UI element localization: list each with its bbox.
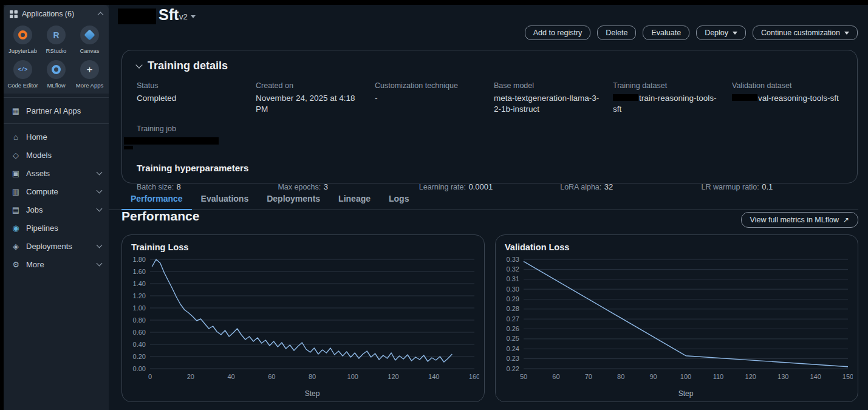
field-validation-dataset: Validation dataset val-reasoning-tools-s… <box>732 81 842 115</box>
svg-text:60: 60 <box>552 373 559 380</box>
app-tile-code-editor[interactable]: </> Code Editor <box>6 60 39 89</box>
svg-text:0.33: 0.33 <box>507 256 519 263</box>
caret-down-icon <box>844 32 849 35</box>
svg-text:0: 0 <box>148 373 152 380</box>
tab-logs[interactable]: Logs <box>380 190 418 210</box>
training-details-panel: Training details Status Completed Create… <box>121 50 858 183</box>
svg-text:Step: Step <box>678 389 694 398</box>
jobs-icon: ▤ <box>11 205 21 214</box>
chevron-down-icon <box>97 242 103 248</box>
redacted-box <box>124 146 133 149</box>
sidebar-item-partner-ai-apps[interactable]: ▦ Partner AI Apps <box>4 101 109 120</box>
sidebar-item-deployments[interactable]: ◈ Deployments <box>4 237 109 255</box>
assets-icon: ▣ <box>11 169 21 178</box>
training-loss-chart-panel: Training Loss 0.000.200.400.600.801.001.… <box>121 234 485 402</box>
chevron-up-icon <box>98 12 104 18</box>
sidebar-item-more[interactable]: ⚙ More <box>4 255 109 273</box>
sidebar-item-compute[interactable]: ▥ Compute <box>4 182 109 200</box>
field-value: val-reasoning-tools-sft <box>732 93 842 104</box>
view-mlflow-button[interactable]: View full metrics in MLflow ↗ <box>741 212 858 228</box>
tab-label: Lineage <box>338 194 371 203</box>
sidebar-item-label: Jobs <box>26 205 92 214</box>
chevron-down-icon <box>135 61 142 68</box>
field-status: Status Completed <box>137 81 247 115</box>
redacted-box <box>124 137 219 145</box>
caret-down-icon <box>191 15 196 18</box>
compute-icon: ▥ <box>11 187 21 196</box>
redacted-box <box>613 94 638 101</box>
app-tile-label: JupyterLab <box>9 47 37 54</box>
sidebar: Applications (6) JupyterLab R RStudio Ca… <box>4 5 109 410</box>
field-label: Status <box>137 81 247 90</box>
more-apps-icon: + <box>80 60 99 79</box>
svg-text:0.25: 0.25 <box>507 335 519 342</box>
chevron-down-icon <box>97 169 103 176</box>
svg-text:1.20: 1.20 <box>133 292 146 299</box>
delete-button[interactable]: Delete <box>597 26 636 40</box>
button-label: Deploy <box>705 29 728 37</box>
jupyterlab-icon <box>13 26 32 44</box>
svg-text:80: 80 <box>617 373 624 380</box>
svg-text:0.28: 0.28 <box>507 305 519 312</box>
deploy-button[interactable]: Deploy <box>696 26 746 40</box>
training-loss-chart: 0.000.200.400.600.801.001.201.401.601.80… <box>125 253 479 398</box>
more-icon: ⚙ <box>11 260 21 269</box>
tab-label: Evaluations <box>201 194 249 203</box>
app-tile-mlflow[interactable]: MLflow <box>39 60 73 89</box>
chevron-down-icon <box>97 188 103 194</box>
tab-lineage[interactable]: Lineage <box>329 190 380 210</box>
evaluate-button[interactable]: Evaluate <box>643 26 689 40</box>
app-tile-jupyterlab[interactable]: JupyterLab <box>6 26 39 54</box>
svg-text:1.00: 1.00 <box>133 304 146 312</box>
caret-down-icon <box>733 32 737 35</box>
svg-text:120: 120 <box>388 373 398 380</box>
chart-title: Validation Loss <box>505 242 858 252</box>
button-label: Add to registry <box>533 29 583 37</box>
sidebar-divider <box>4 123 109 124</box>
field-label: Validation dataset <box>732 81 842 90</box>
button-label: Continue customization <box>761 29 840 37</box>
field-value: meta-textgeneration-llama-3-2-1b-instruc… <box>494 93 604 115</box>
svg-text:0.00: 0.00 <box>133 365 146 372</box>
chevron-down-icon <box>97 261 103 267</box>
app-tile-rstudio[interactable]: R RStudio <box>39 26 73 54</box>
app-tile-canvas[interactable]: Canvas <box>73 26 106 54</box>
sidebar-item-label: Home <box>26 132 101 142</box>
tab-performance[interactable]: Performance <box>121 190 192 210</box>
svg-text:140: 140 <box>810 373 821 380</box>
sidebar-item-home[interactable]: ⌂ Home <box>4 128 109 146</box>
svg-text:150: 150 <box>842 373 853 380</box>
hyperparameters-heading: Training hyperparameters <box>137 163 842 173</box>
sidebar-nav: ⌂ Home ◇ Models ▣ Assets ▥ Compute ▤ Job… <box>4 128 109 273</box>
sidebar-item-jobs[interactable]: ▤ Jobs <box>4 200 109 219</box>
training-details-toggle[interactable]: Training details <box>137 60 842 72</box>
sidebar-item-assets[interactable]: ▣ Assets <box>4 164 109 182</box>
tab-evaluations[interactable]: Evaluations <box>192 190 258 210</box>
applications-panel: Applications (6) JupyterLab R RStudio Ca… <box>4 5 109 94</box>
svg-text:120: 120 <box>745 373 756 380</box>
status-badge: Completed <box>137 93 247 104</box>
svg-text:160: 160 <box>469 373 479 380</box>
svg-text:110: 110 <box>713 373 724 380</box>
sidebar-item-pipelines[interactable]: ◉ Pipelines <box>4 219 109 237</box>
app-tile-more-apps[interactable]: + More Apps <box>73 60 106 89</box>
sidebar-item-label: Compute <box>26 187 92 196</box>
svg-text:0.22: 0.22 <box>507 365 519 372</box>
partner-ai-apps-icon: ▦ <box>11 106 21 115</box>
sidebar-item-models[interactable]: ◇ Models <box>4 146 109 164</box>
svg-text:90: 90 <box>649 373 657 380</box>
tab-deployments[interactable]: Deployments <box>258 190 329 210</box>
add-to-registry-button[interactable]: Add to registry <box>525 26 591 40</box>
applications-section-toggle[interactable]: Applications (6) <box>4 5 109 23</box>
field-value: - <box>375 93 485 104</box>
field-value: train-reasoning-tools-sft <box>613 93 723 115</box>
svg-text:0.24: 0.24 <box>507 345 519 352</box>
svg-text:70: 70 <box>585 373 592 380</box>
svg-text:0.30: 0.30 <box>507 285 519 293</box>
svg-text:50: 50 <box>520 373 527 380</box>
svg-text:0.26: 0.26 <box>507 325 519 332</box>
continue-customization-button[interactable]: Continue customization <box>753 26 858 40</box>
validation-loss-chart-panel: Validation Loss 0.220.230.240.250.260.27… <box>495 234 858 402</box>
header-actions: Add to registry Delete Evaluate Deploy C… <box>525 26 858 40</box>
version-select[interactable]: v2 <box>179 12 196 21</box>
